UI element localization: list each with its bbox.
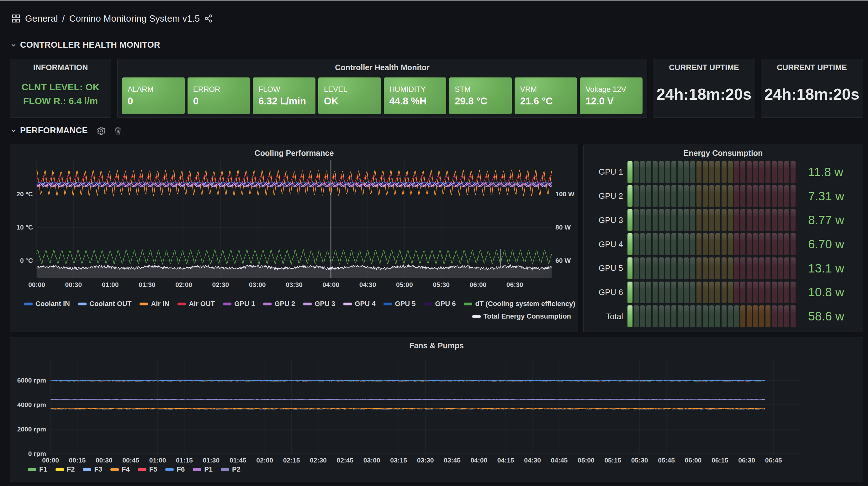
legend-item-f3[interactable]: F3 <box>83 465 102 474</box>
section-performance[interactable]: PERFORMANCE <box>10 126 122 135</box>
energy-row-gpu-4: GPU 46.70 w <box>589 233 857 255</box>
energy-segment <box>790 257 796 279</box>
energy-segment <box>721 161 726 183</box>
energy-segment <box>753 257 758 279</box>
legend-item-f4[interactable]: F4 <box>111 465 130 474</box>
energy-segment <box>740 161 745 183</box>
energy-segment <box>696 185 702 207</box>
energy-segment <box>734 281 739 304</box>
stat-label: ERROR <box>193 85 245 94</box>
panel-title[interactable]: CURRENT UPTIME <box>653 59 755 72</box>
legend-swatch <box>56 468 64 471</box>
legend-item-gpu-1[interactable]: GPU 1 <box>223 300 255 308</box>
legend-item-total-energy-consumption[interactable]: Total Energy Consumption <box>472 312 571 321</box>
stat-label: ALARM <box>128 85 179 94</box>
cooling-performance-chart[interactable]: 20 °C10 °C0 °C100 W80 W60 W00:0000:3001:… <box>10 158 578 295</box>
legend-item-air-out[interactable]: Air OUT <box>178 300 215 308</box>
energy-segment <box>778 233 783 255</box>
legend-item-gpu-5[interactable]: GPU 5 <box>383 300 415 308</box>
svg-text:04:00: 04:00 <box>322 281 339 288</box>
gear-icon[interactable] <box>97 126 106 135</box>
stat-box-error: ERROR0 <box>188 78 250 114</box>
svg-text:05:00: 05:00 <box>396 281 413 288</box>
legend-item-air-in[interactable]: Air IN <box>140 300 169 308</box>
stat-value: 0 <box>193 96 245 107</box>
energy-segment <box>653 185 658 207</box>
legend-item-coolant-in[interactable]: Coolant IN <box>24 300 70 308</box>
energy-segment <box>684 209 689 231</box>
svg-text:03:00: 03:00 <box>249 281 266 288</box>
energy-segment <box>759 305 764 327</box>
legend-item-gpu-2[interactable]: GPU 2 <box>263 300 295 308</box>
legend-item-coolant-out[interactable]: Coolant OUT <box>78 300 131 308</box>
panel-title[interactable]: Fans & Pumps <box>10 337 863 350</box>
energy-segment <box>772 209 777 231</box>
legend-swatch <box>193 468 201 471</box>
health-stat-row: ALARM0ERROR0FLOW6.32 L/minLEVELOKHUMIDIT… <box>122 78 643 114</box>
legend-label: P1 <box>204 465 213 474</box>
energy-segment <box>753 281 758 304</box>
legend-swatch <box>383 303 392 305</box>
energy-row-gpu-3: GPU 38.77 w <box>589 209 857 231</box>
legend-item-dt-cooling-system-efficiency-[interactable]: dT (Cooling system efficiency) <box>464 300 575 308</box>
legend-item-p1[interactable]: P1 <box>193 465 213 474</box>
energy-segment-gauge <box>627 233 796 255</box>
energy-segment <box>678 233 683 255</box>
stat-value: 44.8 %H <box>390 96 441 107</box>
grafana-dashboard: General / Comino Monitoring System v1.5 … <box>0 0 868 486</box>
energy-segment-lit <box>627 209 632 231</box>
energy-segment <box>665 257 670 279</box>
energy-segment <box>759 209 764 231</box>
svg-text:04:45: 04:45 <box>551 457 568 464</box>
energy-segment <box>684 305 689 327</box>
energy-segment <box>721 185 726 207</box>
legend-item-gpu-6[interactable]: GPU 6 <box>424 300 456 308</box>
breadcrumb-section[interactable]: General <box>25 13 58 24</box>
fans-pumps-chart[interactable]: 0 rpm2000 rpm4000 rpm6000 rpm00:0000:150… <box>10 350 863 465</box>
energy-row-label: GPU 6 <box>589 281 623 304</box>
energy-segment <box>640 185 645 207</box>
svg-text:05:45: 05:45 <box>658 457 675 464</box>
legend-item-f2[interactable]: F2 <box>56 465 75 474</box>
energy-segment <box>772 185 777 207</box>
energy-segment <box>653 161 658 183</box>
energy-segment <box>696 233 702 255</box>
panel-title[interactable]: INFORMATION <box>10 59 111 72</box>
svg-text:03:15: 03:15 <box>390 457 407 464</box>
legend-swatch <box>263 303 272 305</box>
panel-title[interactable]: CURRENT UPTIME <box>761 59 863 72</box>
energy-segment <box>784 185 789 207</box>
breadcrumb-dashboard-title[interactable]: Comino Monitoring System v1.5 <box>69 13 200 24</box>
panel-title[interactable]: Energy Consumption <box>584 145 863 158</box>
svg-text:01:15: 01:15 <box>176 457 193 464</box>
energy-segment <box>709 281 714 304</box>
energy-segment <box>640 305 645 327</box>
energy-segment <box>772 161 777 183</box>
energy-segment <box>728 257 733 279</box>
svg-text:60 W: 60 W <box>555 257 571 264</box>
energy-segment <box>678 161 683 183</box>
legend-item-gpu-4[interactable]: GPU 4 <box>343 300 375 308</box>
energy-segment <box>721 257 726 279</box>
energy-segment-gauge <box>627 161 796 183</box>
energy-segment <box>665 185 670 207</box>
legend-label: Coolant IN <box>35 300 70 308</box>
energy-row-total: Total58.6 w <box>589 305 857 327</box>
panel-title[interactable]: Controller Health Monitor <box>118 59 647 72</box>
share-icon[interactable] <box>204 14 213 23</box>
panel-title[interactable]: Cooling Performance <box>10 145 578 158</box>
energy-segment <box>784 305 789 327</box>
legend-item-p2[interactable]: P2 <box>221 465 241 474</box>
legend-item-f1[interactable]: F1 <box>28 465 48 474</box>
section-controller-health[interactable]: CONTROLLER HEALTH MONITOR <box>10 40 160 50</box>
legend-item-f6[interactable]: F6 <box>165 465 185 474</box>
energy-segment <box>696 209 702 231</box>
trash-icon[interactable] <box>114 126 122 135</box>
svg-text:00:45: 00:45 <box>122 457 139 464</box>
energy-row-value: 58.6 w <box>800 305 857 327</box>
legend-item-f5[interactable]: F5 <box>138 465 157 474</box>
legend-item-gpu-3[interactable]: GPU 3 <box>303 300 335 308</box>
stat-value: 29.8 °C <box>455 96 506 107</box>
apps-grid-icon[interactable] <box>11 14 21 23</box>
legend-label: F2 <box>67 465 75 474</box>
